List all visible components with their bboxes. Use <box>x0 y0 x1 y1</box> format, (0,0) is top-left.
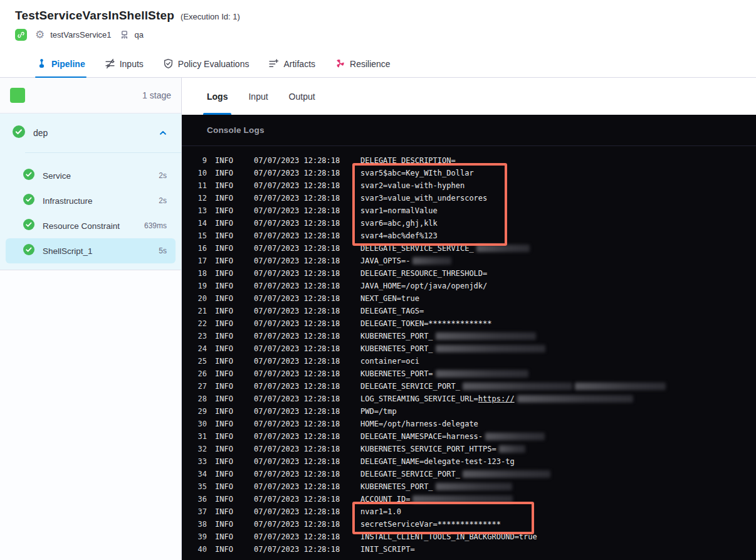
stage-group-header[interactable]: dep <box>0 114 181 152</box>
log-link: https:// <box>478 394 515 403</box>
line-number: 38 <box>182 520 207 529</box>
line-number: 17 <box>182 256 207 265</box>
redacted-text <box>436 483 512 490</box>
log-text: PWD=/tmp <box>360 407 397 416</box>
log-timestamp: 07/07/2023 12:28:18 <box>254 407 340 416</box>
line-number: 39 <box>182 532 207 541</box>
log-line-28: 28INFO07/07/2023 12:28:18LOG_STREAMING_S… <box>182 393 756 405</box>
log-timestamp: 07/07/2023 12:28:18 <box>254 294 340 303</box>
log-line-32: 32INFO07/07/2023 12:28:18KUBERNETES_SERV… <box>182 443 756 455</box>
log-text: DELEGATE_TAGS= <box>360 307 424 315</box>
log-line-20: 20INFO07/07/2023 12:28:18NEXT_GEN=true <box>182 292 756 305</box>
log-level: INFO <box>215 520 238 529</box>
step-row-infrastructure[interactable]: Infrastructure2s <box>6 188 176 213</box>
log-timestamp: 07/07/2023 12:28:18 <box>254 457 340 466</box>
execution-header: TestServiceVarsInShellStep (Execution Id… <box>0 0 756 50</box>
nav-tab-artifacts[interactable]: Artifacts <box>267 50 317 77</box>
line-number: 24 <box>182 344 207 353</box>
log-line-29: 29INFO07/07/2023 12:28:18PWD=/tmp <box>182 405 756 418</box>
log-timestamp: 07/07/2023 12:28:18 <box>254 244 340 253</box>
success-check-icon <box>23 219 34 233</box>
log-timestamp: 07/07/2023 12:28:18 <box>254 169 340 177</box>
resilience-icon <box>335 58 345 69</box>
line-number: 25 <box>182 357 207 366</box>
log-level: INFO <box>215 156 238 165</box>
line-number: 13 <box>182 206 207 215</box>
log-text: svar6=abc,ghj,klk <box>360 219 438 228</box>
execution-id: (Execution Id: 1) <box>181 12 240 21</box>
line-number: 34 <box>182 470 207 478</box>
log-level: INFO <box>215 256 238 265</box>
line-number: 9 <box>182 156 207 165</box>
log-level: INFO <box>215 307 238 315</box>
log-level: INFO <box>215 369 238 378</box>
log-timestamp: 07/07/2023 12:28:18 <box>254 181 340 190</box>
log-text: KUBERNETES_PORT_ <box>360 332 433 341</box>
step-row-resource-constraint[interactable]: Resource Constraint639ms <box>6 213 176 238</box>
log-line-16: 16INFO07/07/2023 12:28:18DELEGATE_SERVIC… <box>182 242 756 255</box>
console-title: Console Logs <box>207 125 265 135</box>
success-check-icon <box>23 194 34 208</box>
nav-tab-bar: PipelineInputsPolicy EvaluationsArtifact… <box>0 50 756 78</box>
log-level: INFO <box>215 344 238 353</box>
log-timestamp: 07/07/2023 12:28:18 <box>254 445 340 453</box>
log-level: INFO <box>215 194 238 203</box>
line-number: 29 <box>182 407 207 416</box>
log-timestamp: 07/07/2023 12:28:18 <box>254 532 340 541</box>
console-panel: Console Logs 9INFO07/07/2023 12:28:18DEL… <box>182 115 756 560</box>
log-level: INFO <box>215 219 238 228</box>
nav-tab-policy-evaluations[interactable]: Policy Evaluations <box>162 50 251 77</box>
log-level: INFO <box>215 206 238 215</box>
redacted-text <box>412 257 451 265</box>
chevron-up-icon[interactable] <box>159 129 167 137</box>
step-label: ShellScript_1 <box>43 246 93 256</box>
log-timestamp: 07/07/2023 12:28:18 <box>254 206 340 215</box>
redacted-text <box>436 332 536 340</box>
line-number: 32 <box>182 445 207 453</box>
log-text: KUBERNETES_SERVICE_PORT_HTTPS= <box>360 445 496 453</box>
log-text: INSTALL_CLIENT_TOOLS_IN_BACKGROUND=true <box>360 532 537 541</box>
line-number: 19 <box>182 282 207 290</box>
stage-group-dep: dep Service2sInfrastructure2sResource Co… <box>0 114 181 270</box>
log-line-23: 23INFO07/07/2023 12:28:18KUBERNETES_PORT… <box>182 330 756 342</box>
nav-tab-resilience[interactable]: Resilience <box>333 50 392 77</box>
log-line-13: 13INFO07/07/2023 12:28:18svar1=normalVal… <box>182 204 756 217</box>
console-log-body[interactable]: 9INFO07/07/2023 12:28:18DELEGATE_DESCRIP… <box>182 146 756 556</box>
redacted-text <box>436 370 528 378</box>
line-number: 30 <box>182 420 207 428</box>
log-level: INFO <box>215 507 238 516</box>
nav-tab-label: Pipeline <box>51 59 85 69</box>
step-row-shellscript-1[interactable]: ShellScript_15s <box>6 238 176 263</box>
log-text: svar3=value_with_underscores <box>360 194 487 203</box>
nav-tab-pipeline[interactable]: Pipeline <box>35 50 87 77</box>
log-tab-output[interactable]: Output <box>289 78 315 115</box>
stage-status-square[interactable] <box>10 88 25 103</box>
step-label: Service <box>43 171 71 181</box>
line-number: 11 <box>182 181 207 190</box>
log-line-24: 24INFO07/07/2023 12:28:18KUBERNETES_PORT… <box>182 342 756 355</box>
line-number: 14 <box>182 219 207 228</box>
pipeline-link-icon <box>15 29 27 41</box>
log-timestamp: 07/07/2023 12:28:18 <box>254 307 340 315</box>
log-timestamp: 07/07/2023 12:28:18 <box>254 357 340 366</box>
log-line-10: 10INFO07/07/2023 12:28:18svar5$abc=Key_W… <box>182 167 756 179</box>
pipeline-icon <box>36 58 47 69</box>
log-line-11: 11INFO07/07/2023 12:28:18svar2=value-wit… <box>182 179 756 192</box>
log-level: INFO <box>215 445 238 453</box>
log-line-25: 25INFO07/07/2023 12:28:18container=oci <box>182 355 756 367</box>
step-row-service[interactable]: Service2s <box>6 163 176 188</box>
sidebar-empty-area <box>0 270 181 560</box>
log-text: svar4=abc%def%123 <box>360 231 438 240</box>
log-text: KUBERNETES_PORT_ <box>360 482 433 491</box>
log-tab-input[interactable]: Input <box>248 78 268 115</box>
line-number: 12 <box>182 194 207 203</box>
log-level: INFO <box>215 294 238 303</box>
log-level: INFO <box>215 181 238 190</box>
step-duration: 2s <box>159 196 167 205</box>
log-tab-logs[interactable]: Logs <box>207 78 228 115</box>
line-number: 18 <box>182 269 207 278</box>
log-text: container=oci <box>360 357 419 366</box>
log-timestamp: 07/07/2023 12:28:18 <box>254 520 340 529</box>
step-list: Service2sInfrastructure2sResource Constr… <box>0 153 181 263</box>
nav-tab-inputs[interactable]: Inputs <box>103 50 145 77</box>
